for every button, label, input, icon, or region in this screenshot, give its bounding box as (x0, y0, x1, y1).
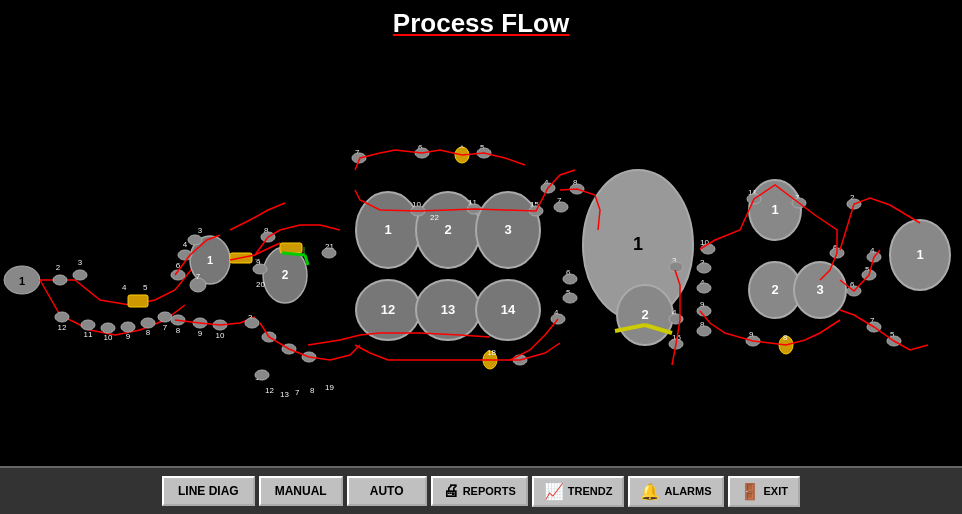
svg-text:1: 1 (207, 254, 213, 266)
svg-point-128 (701, 244, 715, 254)
svg-point-5 (73, 270, 87, 280)
svg-text:10: 10 (104, 333, 113, 342)
toolbar: LINE DIAG MANUAL AUTO 🖨 REPORTS 📈 TRENDZ… (0, 466, 962, 514)
svg-text:3: 3 (78, 258, 83, 267)
reports-label: REPORTS (463, 485, 516, 497)
svg-text:14: 14 (501, 302, 516, 317)
svg-text:2: 2 (444, 222, 451, 237)
trendz-icon: 📈 (544, 482, 564, 501)
svg-text:1: 1 (916, 247, 923, 262)
svg-text:9: 9 (126, 332, 131, 341)
svg-text:12: 12 (381, 302, 395, 317)
trendz-button[interactable]: 📈 TRENDZ (532, 476, 625, 507)
svg-text:^: ^ (460, 143, 464, 152)
svg-text:2: 2 (56, 263, 61, 272)
svg-point-132 (697, 283, 711, 293)
process-flow-canvas: 1 2 3 12 11 10 9 8 7 4 5 1 → 6 (0, 55, 962, 415)
svg-text:19: 19 (325, 383, 334, 392)
svg-rect-19 (128, 295, 148, 307)
svg-rect-42 (280, 243, 302, 253)
svg-text:3: 3 (198, 226, 203, 235)
svg-point-134 (697, 306, 711, 316)
svg-point-136 (697, 326, 711, 336)
svg-point-130 (697, 263, 711, 273)
auto-button[interactable]: AUTO (347, 476, 427, 506)
svg-text:|: | (303, 245, 305, 254)
svg-text:7: 7 (163, 323, 168, 332)
svg-point-114 (669, 314, 683, 324)
svg-point-15 (141, 318, 155, 328)
svg-text:7: 7 (295, 388, 300, 397)
svg-text:2: 2 (771, 282, 778, 297)
svg-text:3: 3 (504, 222, 511, 237)
svg-point-11 (101, 323, 115, 333)
svg-text:11: 11 (84, 330, 93, 339)
exit-icon: 🚪 (740, 482, 760, 501)
svg-point-3 (53, 275, 67, 285)
svg-text:9: 9 (198, 329, 203, 338)
trendz-label: TRENDZ (568, 485, 613, 497)
svg-text:20: 20 (256, 280, 265, 289)
svg-text:8: 8 (310, 386, 315, 395)
svg-point-17 (158, 312, 172, 322)
manual-button[interactable]: MANUAL (259, 476, 343, 506)
line-diag-button[interactable]: LINE DIAG (162, 476, 255, 506)
svg-text:1: 1 (384, 222, 391, 237)
svg-text:8: 8 (783, 333, 788, 342)
svg-text:3: 3 (816, 282, 823, 297)
svg-text:12: 12 (265, 386, 274, 395)
page-title: Process FLow (0, 0, 962, 39)
alarms-icon: 🔔 (640, 482, 660, 501)
svg-text:8: 8 (146, 328, 151, 337)
svg-text:2: 2 (641, 307, 648, 322)
svg-point-52 (245, 318, 259, 328)
svg-text:18: 18 (487, 348, 496, 357)
reports-button[interactable]: 🖨 REPORTS (431, 476, 528, 506)
svg-point-7 (55, 312, 69, 322)
svg-point-13 (121, 322, 135, 332)
exit-label: EXIT (764, 485, 788, 497)
svg-text:13: 13 (441, 302, 455, 317)
reports-icon: 🖨 (443, 482, 459, 500)
alarms-label: ALARMS (664, 485, 711, 497)
svg-text:4: 4 (183, 240, 188, 249)
alarms-button[interactable]: 🔔 ALARMS (628, 476, 723, 507)
svg-text:1: 1 (633, 234, 643, 254)
svg-point-32 (188, 235, 202, 245)
svg-text:4: 4 (122, 283, 127, 292)
exit-button[interactable]: 🚪 EXIT (728, 476, 800, 507)
svg-text:22: 22 (430, 213, 439, 222)
svg-point-50 (322, 248, 336, 258)
svg-text:1: 1 (771, 202, 778, 217)
svg-point-110 (563, 293, 577, 303)
svg-line-161 (282, 253, 305, 255)
svg-text:8: 8 (176, 326, 181, 335)
svg-point-9 (81, 320, 95, 330)
svg-point-108 (563, 274, 577, 284)
svg-point-47 (253, 264, 267, 274)
svg-text:13: 13 (280, 390, 289, 399)
svg-text:2: 2 (282, 268, 289, 282)
svg-point-118 (669, 262, 683, 272)
svg-point-104 (554, 202, 568, 212)
svg-text:7: 7 (196, 272, 201, 281)
svg-text:5: 5 (143, 283, 148, 292)
svg-text:12: 12 (58, 323, 67, 332)
svg-text:10: 10 (216, 331, 225, 340)
svg-point-60 (255, 370, 269, 380)
svg-text:1: 1 (19, 275, 25, 287)
